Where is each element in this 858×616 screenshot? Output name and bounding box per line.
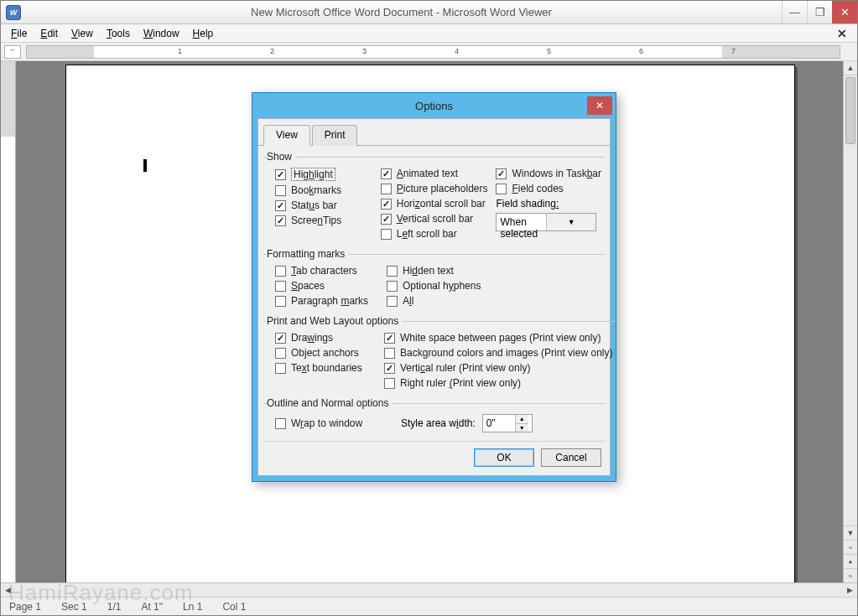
chevron-down-icon[interactable]: ▼ (546, 214, 596, 230)
check-screentips[interactable]: ScreenTips (275, 215, 372, 226)
scroll-down-icon[interactable]: ▼ (844, 525, 857, 540)
field-shading-label: Field shading: (496, 198, 601, 210)
options-dialog: Options ✕ View Print Show Highlight Book… (252, 92, 616, 482)
check-object-anchors[interactable]: Object anchors (275, 347, 376, 359)
ruler-mark: 3 (362, 47, 367, 55)
group-formatting: Formatting marks Tab characters Spaces P… (263, 248, 605, 308)
menu-help[interactable]: Help (186, 26, 221, 41)
title-bar: W New Microsoft Office Word Document - M… (1, 1, 857, 24)
check-left-scroll[interactable]: Left scroll bar (381, 228, 488, 240)
horizontal-ruler[interactable]: 1 2 3 4 5 6 7 (26, 45, 840, 59)
app-icon: W (6, 5, 21, 20)
group-show: Show Highlight Bookmarks Status bar Scre… (263, 151, 605, 241)
check-text-boundaries[interactable]: Text boundaries (275, 362, 376, 374)
ruler-row: ⌐ 1 2 3 4 5 6 7 (1, 43, 857, 61)
minimize-button[interactable]: — (782, 1, 807, 23)
menu-bar: File Edit View Tools Window Help ✕ (1, 24, 857, 43)
status-page: Page 1 (9, 601, 41, 613)
dialog-tabs: View Print (258, 119, 610, 146)
dialog-title-bar[interactable]: Options ✕ (252, 93, 616, 118)
status-at: At 1" (141, 601, 163, 613)
group-outline-legend: Outline and Normal options (267, 397, 392, 409)
check-vertical-scroll[interactable]: Vertical scroll bar (381, 213, 488, 225)
style-area-width-label: Style area width: (401, 417, 476, 429)
style-area-width-spinner[interactable]: ▲ ▼ (482, 414, 533, 432)
menu-window[interactable]: Window (137, 26, 186, 41)
status-pages: 1/1 (107, 601, 122, 613)
tab-print[interactable]: Print (312, 125, 358, 146)
scroll-right-icon[interactable]: ▶ (843, 583, 857, 597)
ruler-corner[interactable]: ⌐ (4, 45, 21, 59)
check-wrap-to-window[interactable]: Wrap to window (275, 417, 393, 429)
check-optional-hyphens[interactable]: Optional hyphens (387, 280, 490, 292)
check-bookmarks[interactable]: Bookmarks (275, 184, 372, 196)
ok-button[interactable]: OK (474, 448, 534, 467)
ruler-mark: 7 (731, 47, 736, 55)
close-window-button[interactable]: ✕ (832, 1, 857, 23)
check-statusbar[interactable]: Status bar (275, 199, 372, 211)
field-shading-combo[interactable]: When selected ▼ (496, 213, 596, 231)
dialog-close-button[interactable]: ✕ (587, 96, 612, 115)
cancel-button[interactable]: Cancel (541, 448, 601, 467)
dialog-title: Options (415, 100, 453, 112)
vertical-scrollbar[interactable]: ▲ ▼ « ● » (843, 61, 857, 582)
vertical-ruler[interactable] (1, 61, 16, 582)
check-field-codes[interactable]: Field codes (496, 183, 601, 194)
spin-down-icon[interactable]: ▼ (516, 424, 528, 432)
menu-file[interactable]: File (4, 26, 34, 41)
check-right-ruler[interactable]: Right ruler (Print view only) (384, 377, 612, 389)
tab-view[interactable]: View (263, 125, 310, 146)
scroll-up-icon[interactable]: ▲ (844, 61, 857, 75)
group-print-web: Print and Web Layout options Drawings Ob… (263, 315, 616, 391)
status-line: Ln 1 (183, 601, 202, 613)
field-shading-value: When selected (497, 214, 546, 230)
window-title: New Microsoft Office Word Document - Mic… (21, 6, 782, 18)
menu-tools[interactable]: Tools (100, 26, 137, 41)
check-highlight[interactable]: Highlight (275, 168, 372, 181)
scroll-thumb[interactable] (845, 77, 855, 144)
dialog-button-row: OK Cancel (263, 441, 605, 467)
next-page-icon[interactable]: » (844, 568, 857, 582)
status-bar: Page 1 Sec 1 1/1 At 1" Ln 1 Col 1 (1, 597, 857, 615)
menu-view[interactable]: View (65, 26, 100, 41)
ruler-mark: 5 (547, 47, 551, 55)
check-horizontal-scroll[interactable]: Horizontal scroll bar (381, 198, 488, 210)
check-windows-in-taskbar[interactable]: Windows in Taskbar (496, 168, 601, 179)
group-show-legend: Show (267, 151, 295, 163)
maximize-button[interactable]: ❐ (807, 1, 832, 23)
status-column: Col 1 (222, 601, 246, 613)
status-section: Sec 1 (61, 601, 87, 613)
spin-up-icon[interactable]: ▲ (516, 415, 528, 424)
group-print-web-legend: Print and Web Layout options (267, 315, 402, 327)
check-tab-characters[interactable]: Tab characters (275, 265, 378, 277)
ruler-mark: 1 (178, 47, 182, 55)
check-background-colors[interactable]: Background colors and images (Print view… (384, 347, 612, 359)
text-cursor (143, 159, 147, 172)
check-white-space[interactable]: White space between pages (Print view on… (384, 332, 612, 344)
document-close-button[interactable]: ✕ (830, 27, 854, 40)
check-paragraph-marks[interactable]: Paragraph marks (275, 295, 378, 307)
scroll-left-icon[interactable]: ◀ (1, 583, 15, 597)
ruler-mark: 6 (639, 47, 643, 55)
check-all[interactable]: All (387, 295, 490, 307)
horizontal-scrollbar[interactable]: ◀ ▶ (1, 582, 857, 597)
check-hidden-text[interactable]: Hidden text (387, 265, 490, 277)
check-picture-placeholders[interactable]: Picture placeholders (381, 183, 488, 194)
ruler-mark: 4 (455, 47, 459, 55)
ruler-mark: 2 (270, 47, 274, 55)
style-area-width-input[interactable] (483, 415, 515, 432)
check-spaces[interactable]: Spaces (275, 280, 378, 292)
check-vertical-ruler[interactable]: Vertical ruler (Print view only) (384, 362, 612, 374)
check-drawings[interactable]: Drawings (275, 332, 376, 344)
window-controls: — ❐ ✕ (782, 1, 857, 23)
check-animated-text[interactable]: Animated text (381, 168, 488, 179)
group-formatting-legend: Formatting marks (267, 248, 348, 260)
browse-object-icon[interactable]: ● (844, 554, 857, 568)
group-outline: Outline and Normal options Wrap to windo… (263, 397, 605, 434)
menu-edit[interactable]: Edit (34, 26, 65, 41)
prev-page-icon[interactable]: « (844, 540, 857, 554)
